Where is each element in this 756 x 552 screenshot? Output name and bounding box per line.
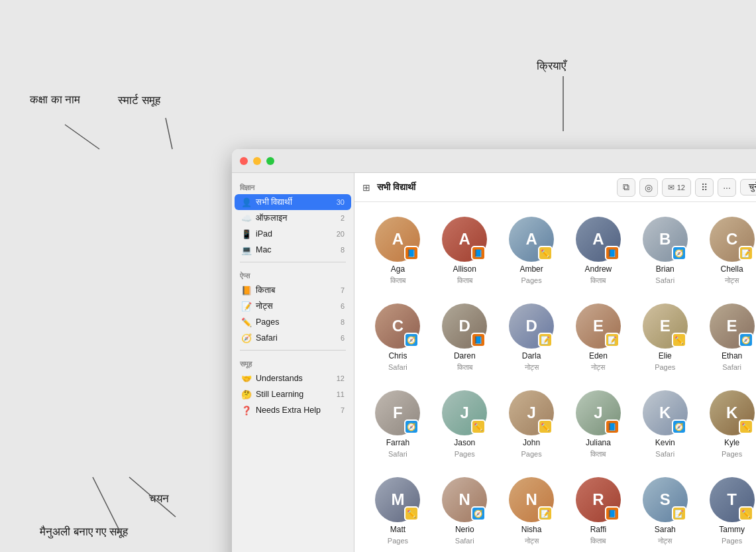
sidebar-item-ipad[interactable]: 📱 iPad 20 <box>235 226 351 242</box>
avatar-wrapper: B 🧭 <box>643 217 688 262</box>
student-app: नोट्स <box>658 537 672 545</box>
sidebar-item-understands[interactable]: 🤝 Understands 12 <box>235 370 351 386</box>
student-app: किताब <box>590 276 606 285</box>
manual-groups-annotation: मैनुअली बनाए गए समूह <box>40 525 128 539</box>
app-badge: ✏️ <box>739 506 753 521</box>
student-card-chris[interactable]: C 🧭 Chris Safari <box>368 300 428 376</box>
message-button[interactable]: ✉ 12 <box>662 178 691 197</box>
understands-badge: 12 <box>337 374 345 382</box>
maximize-button[interactable] <box>266 157 274 165</box>
grid-icon: ⠿ <box>701 182 708 193</box>
class-name-annotation: कक्षा का नाम <box>30 93 80 107</box>
needs-extra-badge: 7 <box>341 406 345 414</box>
avatar-wrapper: D 📝 <box>509 304 554 349</box>
app-badge: 🧭 <box>471 506 486 521</box>
student-name: Daren <box>454 351 476 360</box>
student-card-allison[interactable]: A 📘 Allison किताब <box>435 213 495 289</box>
sidebar-item-safari[interactable]: 🧭 Safari 6 <box>235 330 351 346</box>
student-card-sarah[interactable]: S 📝 Sarah नोट्स <box>635 473 695 549</box>
student-app: नोट्स <box>591 363 605 372</box>
student-card-amber[interactable]: A ✏️ Amber Pages <box>502 213 562 289</box>
student-card-andrew[interactable]: A 📘 Andrew किताब <box>568 213 629 289</box>
understands-icon: 🤝 <box>241 373 252 384</box>
sidebar-item-notes[interactable]: 📝 नोट्स 6 <box>235 298 351 314</box>
avatar-wrapper: D 📘 <box>442 304 487 349</box>
svg-line-1 <box>166 118 172 149</box>
app-badge: 🧭 <box>672 246 686 260</box>
avatar-wrapper: A 📘 <box>375 217 420 262</box>
student-name: Sarah <box>655 525 676 534</box>
app-badge: 🧭 <box>404 419 419 434</box>
student-card-ethan[interactable]: E 🧭 Ethan Safari <box>702 300 756 376</box>
sidebar-item-all-students[interactable]: 👤 सभी विद्यार्थी 30 <box>235 194 351 210</box>
students-grid: A 📘 Aga किताब A 📘 Allison किताब A ✏️ Amb… <box>354 202 756 552</box>
sidebar-item-pages[interactable]: ✏️ Pages 8 <box>235 314 351 330</box>
more-icon: ··· <box>723 182 731 193</box>
more-button[interactable]: ··· <box>718 178 736 197</box>
student-card-brian[interactable]: B 🧭 Brian Safari <box>635 213 695 289</box>
app-badge-icon: 📘 <box>407 249 416 258</box>
choose-button[interactable]: चुनें <box>740 179 756 195</box>
avatar-wrapper: R 📘 <box>576 477 621 522</box>
sidebar-label-all-students: सभी विद्यार्थी <box>256 197 292 207</box>
app-badge: 📝 <box>672 506 686 521</box>
student-card-nerio[interactable]: N 🧭 Nerio Safari <box>435 473 495 549</box>
student-card-juliana[interactable]: J 📘 Juliana किताब <box>568 386 629 463</box>
student-app: Pages <box>521 276 541 284</box>
student-app: Safari <box>655 276 675 284</box>
student-card-kyle[interactable]: K ✏️ Kyle Pages <box>702 386 756 463</box>
layers-icon: ⧉ <box>623 182 629 193</box>
app-badge: 📘 <box>404 246 419 260</box>
layers-button[interactable]: ⧉ <box>617 178 635 197</box>
avatar-wrapper: K ✏️ <box>710 390 755 435</box>
grid-button[interactable]: ⠿ <box>695 178 714 197</box>
student-card-john[interactable]: J ✏️ John Pages <box>502 386 562 463</box>
student-card-jason[interactable]: J ✏️ Jason Pages <box>435 386 495 463</box>
class-section-label: विज्ञान <box>232 178 354 194</box>
needs-extra-icon: ❓ <box>241 405 252 415</box>
student-card-darla[interactable]: D 📝 Darla नोट्स <box>502 300 562 376</box>
sidebar-item-still-learning[interactable]: 🤔 Still Learning 11 <box>235 386 351 402</box>
student-card-aga[interactable]: A 📘 Aga किताब <box>368 213 428 289</box>
close-button[interactable] <box>240 157 248 165</box>
student-card-chella[interactable]: C 📝 Chella नोट्स <box>702 213 756 289</box>
app-badge: 🧭 <box>404 333 419 347</box>
student-card-elie[interactable]: E ✏️ Elie Pages <box>635 300 695 376</box>
student-card-farrah[interactable]: F 🧭 Farrah Safari <box>368 386 428 463</box>
avatar-wrapper: C 📝 <box>710 217 755 262</box>
selection-annotation: चयन <box>149 492 169 506</box>
location-button[interactable]: ◎ <box>639 178 658 197</box>
header-actions: ⧉ ◎ ✉ 12 ⠿ ··· <box>617 178 756 197</box>
student-app: Pages <box>521 450 541 458</box>
student-name: Elie <box>659 351 672 360</box>
avatar-wrapper: A 📘 <box>576 217 621 262</box>
still-learning-badge: 11 <box>337 390 345 398</box>
student-card-tammy[interactable]: T ✏️ Tammy Pages <box>702 473 756 549</box>
notes-icon: 📝 <box>241 301 252 311</box>
sidebar-item-mac[interactable]: 💻 Mac 8 <box>235 242 351 258</box>
sidebar-item-offline[interactable]: ☁️ ऑफ़लाइन 2 <box>235 210 351 226</box>
app-badge-icon: 📘 <box>474 249 483 258</box>
all-students-badge: 30 <box>337 198 345 206</box>
sidebar-item-books[interactable]: 📙 किताब 7 <box>235 282 351 298</box>
svg-line-0 <box>65 125 99 149</box>
location-icon: ◎ <box>645 182 653 193</box>
app-badge: ✏️ <box>471 419 486 434</box>
app-badge: 📘 <box>471 246 486 260</box>
student-card-kevin[interactable]: K 🧭 Kevin Safari <box>635 386 695 463</box>
student-card-nisha[interactable]: N 📝 Nisha नोट्स <box>502 473 562 549</box>
student-card-eden[interactable]: E 📝 Eden नोट्स <box>568 300 629 376</box>
student-card-raffi[interactable]: R 📘 Raffi किताब <box>568 473 629 549</box>
sidebar-item-needs-extra[interactable]: ❓ Needs Extra Help 7 <box>235 402 351 418</box>
app-badge-icon: 🧭 <box>407 423 416 431</box>
minimize-button[interactable] <box>253 157 261 165</box>
student-name: Kyle <box>724 438 739 447</box>
smart-group-annotation: स्मार्ट समूह <box>118 94 160 107</box>
student-name: Farrah <box>386 438 409 447</box>
app-badge-icon: ✏️ <box>541 423 550 431</box>
add-group-button[interactable]: ⊕ नया समूह <box>232 549 354 552</box>
student-card-daren[interactable]: D 📘 Daren किताब <box>435 300 495 376</box>
avatar-wrapper: J ✏️ <box>509 390 554 435</box>
message-count: 12 <box>677 184 685 192</box>
student-card-matt[interactable]: M ✏️ Matt Pages <box>368 473 428 549</box>
